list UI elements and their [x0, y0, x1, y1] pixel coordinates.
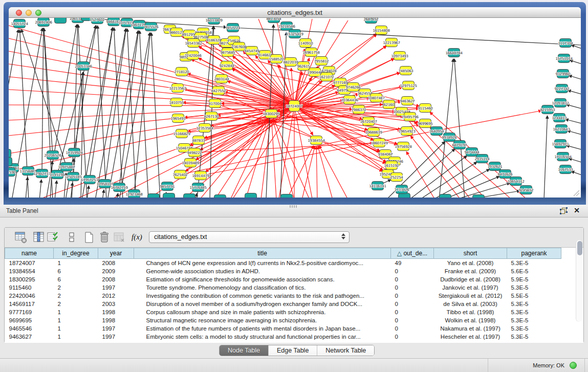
graph-edge[interactable] [102, 190, 104, 198]
graph-node[interactable]: 391590 [9, 168, 15, 177]
graph-node[interactable]: 12213563 [169, 84, 186, 93]
column-header-title[interactable]: title [134, 248, 391, 259]
cell-name[interactable]: 18300295 [5, 275, 54, 283]
cell-year[interactable]: 1998 [98, 316, 134, 324]
graph-edge[interactable] [302, 146, 315, 198]
cell-out_degree[interactable]: 0 [391, 292, 434, 300]
cell-out_degree[interactable]: 0 [391, 316, 434, 324]
cell-title[interactable]: Investigating the contribution of common… [134, 292, 391, 300]
graph-node[interactable]: 252254 [390, 173, 404, 182]
graph-edge[interactable] [571, 45, 581, 50]
graph-node[interactable]: 9463627 [400, 97, 415, 105]
graph-node[interactable] [184, 194, 195, 198]
graph-edge[interactable] [462, 191, 520, 198]
tab-edge-table[interactable]: Edge Table [269, 345, 317, 356]
graph-edge[interactable] [26, 177, 28, 198]
graph-edge[interactable] [567, 145, 581, 150]
cell-pagerank[interactable]: 5.3E-5 [507, 316, 561, 324]
graph-node[interactable]: 16782759 [111, 183, 127, 192]
graph-node[interactable]: 16210643 [553, 125, 570, 134]
graph-node[interactable]: 12923468 [125, 190, 142, 198]
graph-node[interactable]: 9857791 [160, 182, 175, 191]
cell-year[interactable]: 1997 [98, 283, 134, 292]
graph-node[interactable]: 14055724 [11, 19, 28, 28]
table-settings-button[interactable] [15, 231, 27, 244]
cell-name[interactable]: 18724007 [5, 259, 54, 267]
cell-short[interactable]: de Silva et al. (2003) [434, 300, 507, 308]
cell-short[interactable]: Jankovic et al. (1997) [434, 283, 507, 292]
graph-node[interactable]: 19756928 [395, 142, 411, 151]
cell-out_degree[interactable]: 0 [391, 324, 434, 333]
graph-node[interactable]: 62160 [383, 100, 395, 109]
cell-year[interactable]: 1997 [98, 324, 134, 333]
cell-out_degree[interactable]: 0 [391, 300, 434, 308]
graph-node[interactable]: 8938928 [442, 133, 456, 142]
graph-edge[interactable] [195, 193, 197, 198]
graph-edge[interactable] [544, 116, 548, 198]
column-header-name[interactable]: name [5, 248, 54, 259]
cell-pagerank[interactable]: 5.3E-5 [507, 283, 561, 292]
table-row[interactable]: 969969511998Structural magnetic resonanc… [5, 316, 561, 324]
graph-node[interactable]: 19495796 [401, 113, 419, 121]
graph-node[interactable]: 9699695 [418, 119, 432, 128]
graph-node[interactable] [214, 195, 226, 198]
tab-network-table[interactable]: Network Table [317, 345, 374, 356]
graph-node[interactable] [245, 193, 257, 198]
vertical-scrollbar[interactable] [576, 240, 582, 322]
cell-pagerank[interactable]: 5.3E-5 [507, 333, 561, 341]
graph-edge[interactable] [9, 77, 294, 106]
graph-edge[interactable] [55, 181, 57, 198]
cell-short[interactable]: Tibbo et al. (1998) [434, 308, 507, 316]
graph-node[interactable]: 7955812 [314, 57, 329, 65]
graph-edge[interactable] [316, 146, 317, 198]
graph-edge[interactable] [454, 59, 465, 198]
cell-name[interactable]: 9465546 [5, 324, 54, 333]
graph-node[interactable]: 16720407 [360, 117, 377, 126]
graph-node[interactable]: 1621072 [319, 73, 334, 81]
cell-name[interactable]: 9699695 [5, 316, 54, 324]
float-panel-icon[interactable] [560, 207, 568, 214]
graph-node[interactable]: 8215953 [540, 105, 555, 114]
cell-out_degree[interactable]: 0 [391, 283, 434, 292]
graph-node[interactable]: 887833 [192, 136, 205, 145]
graph-edge[interactable] [319, 146, 348, 198]
scrollbar-thumb[interactable] [577, 241, 582, 255]
graph-edge[interactable] [272, 120, 276, 198]
graph-node[interactable]: 15325419 [286, 30, 303, 38]
graph-node[interactable]: 7986372 [351, 105, 366, 114]
graph-node[interactable] [440, 194, 451, 198]
graph-edge[interactable] [569, 75, 581, 80]
cell-name[interactable]: 9463627 [5, 333, 54, 341]
cell-short[interactable]: Franke et al. (2009) [434, 267, 507, 275]
graph-node[interactable]: 16543382 [185, 39, 202, 48]
graph-node[interactable]: 17957253 [81, 176, 98, 184]
cell-short[interactable]: Dudbridge et al. (2008) [434, 275, 507, 283]
graph-node[interactable]: 7932621 [487, 162, 502, 171]
graph-edge[interactable] [567, 104, 581, 110]
graph-edge[interactable] [565, 119, 581, 124]
cell-in_degree[interactable]: 6 [54, 275, 98, 283]
show-columns-button[interactable] [33, 231, 45, 244]
cell-name[interactable]: 19384554 [5, 267, 54, 275]
resize-grip-icon[interactable] [572, 188, 580, 196]
graph-node[interactable]: 9498222 [187, 148, 202, 157]
cell-title[interactable]: Disruption of a novel member of a sodium… [134, 300, 391, 308]
cell-short[interactable]: Wolkin et al. (1998) [434, 316, 507, 324]
graph-node[interactable] [163, 193, 175, 198]
graph-edge[interactable] [151, 33, 160, 198]
graph-node[interactable]: 9245652 [518, 186, 533, 194]
graph-node[interactable]: 16914479 [192, 171, 209, 180]
cell-pagerank[interactable]: 5.6E-5 [507, 267, 561, 275]
memory-ok-indicator[interactable] [570, 362, 577, 369]
graph-edge[interactable] [569, 158, 581, 163]
graph-node[interactable]: 8822037 [283, 58, 298, 67]
table-row[interactable]: 1830029562008Estimation of significance … [5, 275, 561, 283]
graph-node[interactable]: 10807487 [367, 94, 384, 102]
cell-out_degree[interactable]: 49 [391, 259, 434, 267]
graph-node[interactable]: 7625402 [172, 170, 187, 179]
cell-in_degree[interactable]: 6 [54, 267, 98, 275]
graph-node[interactable]: 16648784 [445, 49, 463, 57]
graph-node[interactable]: 9875685 [220, 48, 235, 57]
graph-node[interactable]: 9227342 [554, 84, 569, 93]
graph-node[interactable]: 10975887 [58, 163, 75, 171]
